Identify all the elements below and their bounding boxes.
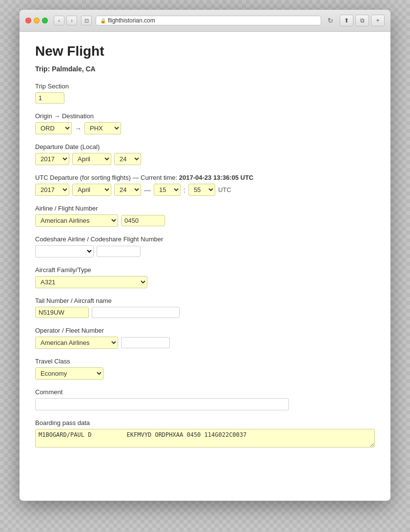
aircraft-name-input[interactable] xyxy=(92,307,180,318)
origin-select[interactable]: ORD LAX JFK PHX xyxy=(35,122,72,134)
tail-number-input[interactable] xyxy=(35,307,89,318)
utc-year-select[interactable]: 2017 2016 2018 xyxy=(35,184,69,196)
origin-dest-label: Origin → Destination xyxy=(35,112,375,120)
dep-month-select[interactable]: January February March April May June Ju… xyxy=(72,153,111,165)
forward-button[interactable]: › xyxy=(66,16,77,25)
share-button[interactable]: ⬆ xyxy=(340,15,353,26)
utc-min-select[interactable]: 55 0 30 xyxy=(188,184,215,196)
airline-flight-label: Airline / Flight Number xyxy=(35,205,375,212)
boarding-pass-label: Boarding pass data xyxy=(35,419,375,426)
traffic-lights xyxy=(25,18,48,23)
travel-class-group: Travel Class Economy Business First xyxy=(35,358,375,380)
url-text: flighthistorian.com xyxy=(108,17,155,24)
trip-section-input[interactable] xyxy=(35,92,64,104)
departure-date-group: Departure Date (Local) 2017 2016 2018 Ja… xyxy=(35,143,375,165)
fleet-number-input[interactable] xyxy=(121,337,170,348)
comment-input[interactable] xyxy=(35,398,289,410)
airline-select[interactable]: American Airlines Delta United Southwest xyxy=(35,214,118,227)
aircraft-family-group: Aircraft Family/Type A321 B737 B777 A320 xyxy=(35,266,375,288)
origin-dest-group: Origin → Destination ORD LAX JFK PHX → P… xyxy=(35,112,375,134)
operator-fleet-label: Operator / Fleet Number xyxy=(35,327,375,334)
arrow-icon: → xyxy=(75,125,82,132)
reload-button[interactable]: ↻ xyxy=(325,16,336,25)
utc-departure-label: UTC Departure (for sorting flights) — Cu… xyxy=(35,174,375,181)
codeshare-airline-select[interactable]: American Airlines Delta United xyxy=(35,245,94,257)
utc-departure-group: UTC Departure (for sorting flights) — Cu… xyxy=(35,174,375,196)
tail-number-label: Tail Number / Aircraft name xyxy=(35,297,375,304)
travel-class-label: Travel Class xyxy=(35,358,375,365)
operator-select[interactable]: American Airlines Delta United xyxy=(35,337,118,349)
travel-class-select[interactable]: Economy Business First xyxy=(35,367,103,380)
aircraft-select[interactable]: A321 B737 B777 A320 xyxy=(35,276,147,288)
boarding-pass-group: Boarding pass data M1BOGARD/PAUL D EKFMV… xyxy=(35,419,375,449)
dep-year-select[interactable]: 2017 2016 2018 xyxy=(35,153,69,165)
boarding-pass-textarea[interactable]: M1BOGARD/PAUL D EKFMVYD ORDPHXAA 0450 11… xyxy=(35,429,375,447)
page-title: New Flight xyxy=(35,43,375,59)
utc-current-time: 2017-04-23 13:36:05 UTC xyxy=(179,174,253,181)
utc-month-select[interactable]: January February March April May June Ju… xyxy=(72,184,111,196)
departure-date-label: Departure Date (Local) xyxy=(35,143,375,150)
dash-separator: — xyxy=(144,186,151,194)
utc-suffix: UTC xyxy=(218,186,231,193)
page-content: New Flight Trip: Palmdale, CA Trip Secti… xyxy=(20,32,390,501)
flight-number-input[interactable] xyxy=(121,215,165,226)
trip-section-label: Trip Section xyxy=(35,83,375,90)
comment-label: Comment xyxy=(35,388,375,396)
tail-number-group: Tail Number / Aircraft name xyxy=(35,297,375,318)
add-tab-button[interactable]: + xyxy=(371,15,385,26)
dep-day-select[interactable]: 24 1 2 xyxy=(114,153,141,165)
utc-day-select[interactable]: 24 1 2 xyxy=(114,184,141,196)
lock-icon: 🔒 xyxy=(100,18,106,23)
trip-value: Palmdale, CA xyxy=(52,65,95,73)
utc-hour-select[interactable]: 15 0 1 xyxy=(154,184,181,196)
codeshare-flight-input[interactable] xyxy=(97,246,141,257)
browser-toolbar: ‹ › ⊡ 🔒 flighthistorian.com ↻ ⬆ ⧉ + xyxy=(20,10,390,32)
colon-separator: : xyxy=(184,186,185,194)
close-button[interactable] xyxy=(25,18,31,23)
operator-fleet-group: Operator / Fleet Number American Airline… xyxy=(35,327,375,349)
reader-view-button[interactable]: ⊡ xyxy=(81,16,92,25)
toolbar-actions: ⬆ ⧉ + xyxy=(340,15,385,26)
codeshare-label: Codeshare Airline / Codeshare Flight Num… xyxy=(35,235,375,243)
trip-section-group: Trip Section xyxy=(35,83,375,104)
aircraft-family-label: Aircraft Family/Type xyxy=(35,266,375,274)
trip-prefix: Trip: xyxy=(35,65,50,73)
utc-label-prefix: UTC Departure (for sorting flights) — Cu… xyxy=(35,174,177,181)
minimize-button[interactable] xyxy=(34,18,40,23)
trip-line: Trip: Palmdale, CA xyxy=(35,65,375,73)
airline-flight-group: Airline / Flight Number American Airline… xyxy=(35,205,375,227)
nav-buttons: ‹ › xyxy=(54,16,77,25)
tab-button[interactable]: ⧉ xyxy=(355,15,369,26)
browser-window: ‹ › ⊡ 🔒 flighthistorian.com ↻ ⬆ ⧉ + New … xyxy=(20,10,390,501)
comment-group: Comment xyxy=(35,388,375,410)
back-button[interactable]: ‹ xyxy=(54,16,64,25)
destination-select[interactable]: PHX ORD LAX JFK xyxy=(84,122,121,134)
maximize-button[interactable] xyxy=(42,18,48,23)
address-bar[interactable]: 🔒 flighthistorian.com xyxy=(96,16,321,25)
codeshare-group: Codeshare Airline / Codeshare Flight Num… xyxy=(35,235,375,257)
